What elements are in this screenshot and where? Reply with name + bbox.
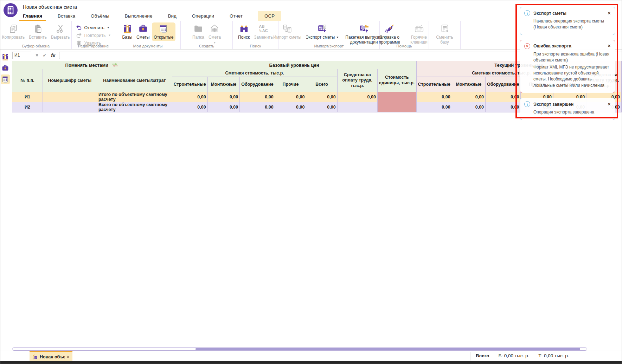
col-header-total: Всего [306, 77, 337, 92]
binders-icon [122, 24, 132, 34]
cell-value[interactable]: 0,00 [452, 102, 485, 112]
sidebar-item-bases[interactable] [1, 52, 10, 61]
folder-button[interactable]: Папка [191, 22, 206, 41]
cell-value[interactable]: 0,00 [306, 92, 337, 102]
cell-value[interactable]: 0,00 [416, 92, 452, 102]
cell-value[interactable]: 0,00 [275, 102, 306, 112]
ribbon-tabs: Главная Вставка Объёмы Выполнение Вид Оп… [23, 11, 281, 21]
sidebar-item-opened[interactable] [1, 74, 10, 84]
close-icon[interactable]: × [67, 354, 70, 360]
cell-name[interactable]: Итого по объектному сметному расчету [97, 92, 172, 102]
tab-glavnaya[interactable]: Главная [23, 11, 42, 21]
confirm-entry-icon[interactable]: ✓ [43, 52, 47, 58]
toast-export-error: × Ошибка экспорта × При экспорте возникл… [520, 40, 615, 93]
bases-button[interactable]: Базы [120, 22, 134, 41]
swap-columns-header[interactable]: Поменять местами [12, 61, 172, 69]
estimates-button[interactable]: Сметы [135, 22, 151, 41]
import-estimate-button[interactable]: Импорт сметы [271, 22, 303, 41]
undo-icon [76, 25, 82, 31]
toast-title: Экспорт завершен [533, 102, 602, 107]
redo-button[interactable]: Повторить ▼ [76, 32, 111, 38]
tab-otchet[interactable]: Отчет [230, 11, 243, 21]
cancel-entry-icon[interactable]: × [36, 52, 38, 58]
swap-arrows-icon [111, 63, 119, 67]
document-tab[interactable]: Новая объектная... × [30, 351, 72, 362]
chevron-down-icon[interactable]: ▼ [107, 26, 110, 29]
cell-value[interactable]: 0,00 [240, 102, 275, 112]
cell-value[interactable]: 0,00 [240, 92, 275, 102]
close-icon[interactable]: × [608, 43, 611, 49]
tab-obyomy[interactable]: Объёмы [91, 11, 109, 21]
cell-value[interactable] [337, 102, 377, 112]
toast-message: Операция экспорта завершена [533, 109, 611, 115]
ribbon-group-change-database: Сменить базу [429, 21, 461, 49]
opened-button[interactable]: Открытые [152, 22, 175, 41]
cell-value[interactable]: 0,00 [306, 102, 337, 112]
toast-title: Экспорт сметы [533, 11, 602, 16]
status-divider [470, 352, 470, 360]
change-database-button[interactable]: Сменить базу [430, 22, 459, 46]
window-bottom-edge [0, 361, 622, 364]
base-price-level-header: Базовый уровень цен [172, 61, 416, 69]
tab-vypolnenie[interactable]: Выполнение [125, 11, 153, 21]
toast-message: Началась операция экспорта сметы (Новая … [533, 18, 611, 31]
paste-button[interactable]: Вставить [27, 22, 49, 41]
close-icon[interactable]: × [608, 102, 611, 107]
sidebar-item-estimates[interactable] [1, 63, 10, 73]
estimate-doc-icon [32, 354, 38, 359]
scrollbar-thumb[interactable] [195, 348, 580, 350]
side-toolbar [0, 50, 10, 351]
tab-operacii[interactable]: Операции [192, 11, 214, 21]
col-header-num: № п.п. [12, 69, 43, 92]
cell-num[interactable]: И1 [12, 92, 43, 102]
chevron-down-icon[interactable]: ▼ [336, 36, 339, 39]
col-header-code: Номер/шифр сметы [43, 69, 97, 92]
cut-button[interactable]: Вырезать [49, 22, 71, 41]
cell-value[interactable]: 0,00 [172, 102, 207, 112]
function-icon[interactable]: fx [51, 52, 55, 58]
tab-vid[interactable]: Вид [168, 11, 176, 21]
new-estimate-button[interactable]: Смета ▼ [207, 22, 223, 45]
window-title: Новая объектная смета [23, 4, 77, 10]
search-button[interactable]: Поиск [236, 22, 251, 41]
keyboard-icon [414, 24, 424, 34]
tab-vstavka[interactable]: Вставка [58, 11, 75, 21]
cell-unit-cost-error[interactable] [377, 92, 416, 102]
cell-value[interactable]: 0,00 [207, 102, 240, 112]
ribbon-group-label: Поиск [233, 44, 278, 48]
undo-button[interactable]: Отменить ▼ [76, 25, 111, 31]
button-label: Открытые [154, 35, 173, 40]
copy-button[interactable]: Копировать [0, 22, 27, 41]
cell-value[interactable]: 0,00 [172, 92, 207, 102]
chevron-down-icon[interactable]: ▼ [108, 34, 111, 37]
open-docs-icon [159, 24, 168, 34]
cell-value[interactable]: 0,00 [486, 92, 521, 102]
binoculars-icon [239, 24, 249, 34]
cell-code[interactable] [43, 102, 97, 112]
export-estimate-button[interactable]: Экспорт сметы ▼ [304, 22, 341, 41]
button-label: Смета [209, 35, 221, 40]
cell-name[interactable]: Всего по объектному сметному расчету [97, 102, 172, 112]
close-icon[interactable]: × [608, 11, 611, 16]
cell-value[interactable]: 0,00 [452, 92, 485, 102]
document-tab-label: Новая объектная... [40, 355, 65, 359]
cell-value[interactable]: 0,00 [337, 92, 377, 102]
status-base-value: Б: 0,00 тыс. р. [498, 353, 529, 358]
cell-value[interactable]: 0,00 [207, 92, 240, 102]
cell-code[interactable] [43, 92, 97, 102]
cell-value[interactable]: 0,00 [275, 92, 306, 102]
cell-value[interactable]: 0,00 [486, 102, 521, 112]
horizontal-scrollbar[interactable] [12, 347, 587, 351]
briefcase-icon [1, 64, 9, 72]
cell-unit-cost-error[interactable] [377, 102, 416, 112]
status-total-label: Всего [476, 353, 489, 358]
cell-num[interactable]: И2 [12, 102, 43, 112]
about-button[interactable]: Справка о программе [375, 22, 404, 46]
button-label: Сметы [136, 35, 149, 40]
button-label: Повторить [84, 33, 106, 38]
button-label: Справка о программе [377, 35, 402, 45]
tab-osr[interactable]: ОСР [258, 11, 281, 21]
cell-value[interactable]: 0,00 [416, 102, 452, 112]
cell-reference-box[interactable]: И1 [12, 52, 31, 59]
ribbon-group-import-export: Импорт сметы Экспорт сметы ▼ Пакетная вы… [278, 21, 380, 49]
